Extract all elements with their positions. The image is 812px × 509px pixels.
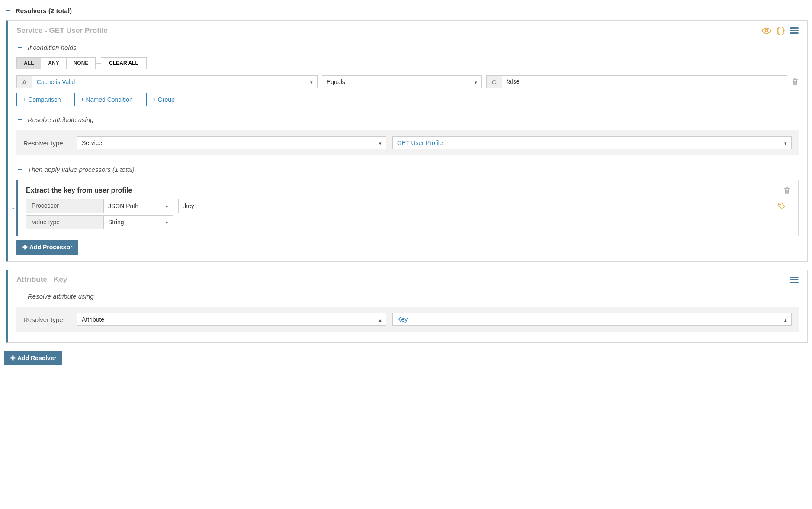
connector-line <box>96 63 101 64</box>
resolver-card-2: Attribute - Key − Resolve attribute usin… <box>6 270 808 343</box>
resolver-card-1: Service - GET User Profile { } − If cond… <box>6 20 808 262</box>
processor-card: - Extract the key from user profile Proc… <box>16 180 799 236</box>
resolver2-type-dropdown[interactable]: Attribute <box>77 313 386 326</box>
json-path-input[interactable]: .key <box>178 199 790 213</box>
resolver-1-title: Service - GET User Profile <box>16 26 108 35</box>
tag-icon[interactable] <box>778 202 786 210</box>
resolver2-type-label: Resolver type <box>23 316 71 323</box>
badge-a: A <box>16 75 32 88</box>
collapse-condition-icon[interactable]: − <box>16 43 23 52</box>
resolve-panel: Resolver type Service GET User Profile <box>16 130 799 155</box>
processors-header: Then apply value processors (1 total) <box>28 166 135 173</box>
attribute-a-dropdown[interactable]: Cache is Valid <box>32 75 318 88</box>
chevron-down-icon <box>310 78 313 85</box>
add-named-condition-button[interactable]: + Named Condition <box>74 93 139 106</box>
collapse-resolvers-icon[interactable]: − <box>4 6 11 15</box>
resolver-type-dropdown[interactable]: Service <box>77 136 386 149</box>
resolve2-header: Resolve attribute using <box>28 293 94 300</box>
resolver-target-dropdown[interactable]: GET User Profile <box>392 136 792 149</box>
operator-value: Equals <box>327 78 345 85</box>
resolver-type-label: Resolver type <box>23 139 71 147</box>
processor-type-value: JSON Path <box>108 203 138 209</box>
value-c-text: false <box>507 78 520 85</box>
resolver-target-value: GET User Profile <box>397 139 443 146</box>
chevron-down-icon <box>166 203 168 209</box>
operator-dropdown[interactable]: Equals <box>322 75 482 88</box>
resolve2-panel: Resolver type Attribute Key <box>16 307 799 332</box>
collapse-resolve-icon[interactable]: − <box>16 115 23 124</box>
collapse-processor-icon[interactable]: - <box>12 205 14 212</box>
eye-icon[interactable] <box>762 27 771 34</box>
condition-header: If condition holds <box>28 44 77 51</box>
chevron-up-icon <box>784 316 787 323</box>
svg-point-0 <box>765 29 768 32</box>
value-type-label: Value type <box>26 215 104 229</box>
menu-icon[interactable] <box>790 277 799 283</box>
processor-title: Extract the key from user profile <box>26 187 790 194</box>
badge-c: C <box>486 75 502 88</box>
logic-any-button[interactable]: ANY <box>41 57 66 69</box>
chevron-down-icon <box>475 78 477 85</box>
value-type-dropdown[interactable]: String <box>104 215 173 229</box>
resolve-header: Resolve attribute using <box>28 116 94 123</box>
add-comparison-button[interactable]: + Comparison <box>16 93 67 106</box>
resolver-type-value: Service <box>82 139 102 146</box>
processor-label: Processor <box>26 199 104 213</box>
menu-icon[interactable] <box>790 27 799 34</box>
chevron-down-icon <box>379 139 382 146</box>
value-c-input[interactable]: false <box>502 75 787 88</box>
plus-icon: ✚ <box>10 354 17 361</box>
chevron-down-icon <box>784 139 787 146</box>
collapse-resolve2-icon[interactable]: − <box>16 292 23 301</box>
json-path-value: .key <box>183 203 194 209</box>
resolvers-title: Resolvers (2 total) <box>16 7 72 14</box>
add-processor-button[interactable]: ✚ Add Processor <box>16 240 78 254</box>
resolver2-target-value: Key <box>397 316 408 323</box>
value-type-value: String <box>108 219 124 226</box>
resolver-2-title: Attribute - Key <box>16 275 67 284</box>
attribute-a-value: Cache is Valid <box>37 78 75 85</box>
logic-all-button[interactable]: ALL <box>16 57 41 69</box>
add-group-button[interactable]: + Group <box>146 93 181 106</box>
chevron-down-icon <box>166 219 168 226</box>
processor-type-dropdown[interactable]: JSON Path <box>104 199 173 213</box>
braces-icon[interactable]: { } <box>777 26 785 35</box>
collapse-processors-icon[interactable]: − <box>16 165 23 174</box>
resolvers-section-header: − Resolvers (2 total) <box>4 4 808 17</box>
clear-all-button[interactable]: CLEAR ALL <box>101 57 147 69</box>
logic-group: ALL ANY NONE <box>16 57 96 69</box>
add-resolver-button[interactable]: ✚ Add Resolver <box>4 351 62 365</box>
plus-icon: ✚ <box>22 244 29 251</box>
resolver2-target-dropdown[interactable]: Key <box>392 313 792 326</box>
trash-icon[interactable] <box>792 75 799 88</box>
logic-none-button[interactable]: NONE <box>67 57 96 69</box>
svg-point-1 <box>780 204 781 205</box>
resolver2-type-value: Attribute <box>82 316 104 323</box>
trash-icon[interactable] <box>783 187 790 194</box>
chevron-up-icon <box>379 316 382 323</box>
